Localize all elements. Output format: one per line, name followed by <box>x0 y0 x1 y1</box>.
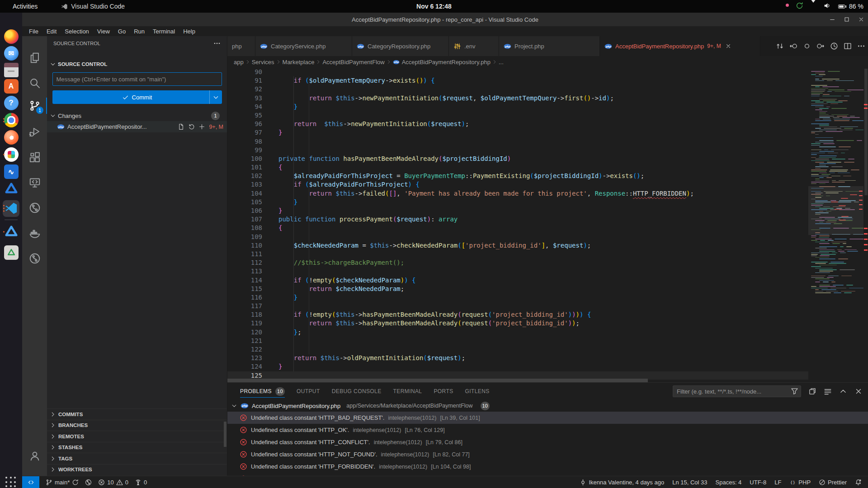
encoding-item[interactable]: UTF-8 <box>750 479 766 486</box>
activity-gitlens[interactable] <box>22 197 47 219</box>
problem-row[interactable]: Undefined class constant 'HTTP_BAD_REQUE… <box>227 412 868 424</box>
activity-run-debug[interactable] <box>22 121 47 143</box>
menu-help[interactable]: Help <box>179 28 199 35</box>
open-change-icon[interactable] <box>803 42 811 50</box>
tab-acceptbidpaymentrepository.php[interactable]: phpAcceptBidPaymentRepository.php9+, M <box>600 36 760 56</box>
dock-item-slack[interactable] <box>3 146 19 163</box>
notifications-item[interactable] <box>855 479 862 486</box>
dock-item-ubuntu-software[interactable]: A <box>3 78 19 95</box>
breadcrumb-item[interactable]: AcceptBidPaymentFlow <box>322 59 384 66</box>
section-remotes[interactable]: REMOTES <box>47 431 227 442</box>
remote-indicator-button[interactable] <box>22 476 39 488</box>
maximize-button[interactable] <box>844 16 850 23</box>
dock-item-system-monitor[interactable] <box>3 164 19 180</box>
activity-source-control[interactable]: 1 <box>22 95 47 117</box>
commit-message-input[interactable] <box>52 72 222 86</box>
menu-terminal[interactable]: Terminal <box>149 28 179 35</box>
problems-file-group[interactable]: php AcceptBidPaymentRepository.php app/S… <box>227 400 868 412</box>
dock-item-vscode[interactable] <box>3 200 19 217</box>
sync-green-icon[interactable] <box>796 2 803 11</box>
split-editor-icon[interactable] <box>844 42 852 50</box>
commit-button[interactable]: Commit <box>52 90 222 104</box>
dock-item-trash[interactable] <box>3 244 19 261</box>
problem-row[interactable]: Undefined class constant 'HTTP_NOT_FOUND… <box>227 448 868 460</box>
filter-funnel-icon[interactable] <box>791 387 798 395</box>
cursor-position-item[interactable]: Ln 15, Col 33 <box>672 479 707 486</box>
breadcrumb-item[interactable]: ... <box>499 59 504 66</box>
activity-accounts[interactable] <box>22 445 47 467</box>
gitlens-compare-icon[interactable] <box>776 42 784 50</box>
section-stashes[interactable]: STASHES <box>47 442 227 453</box>
tab-categoryservice.php[interactable]: phpCategoryService.php <box>255 36 352 56</box>
menu-selection[interactable]: Selection <box>61 28 93 35</box>
close-window-button[interactable] <box>858 16 864 23</box>
network-menu-icon[interactable] <box>811 3 816 10</box>
ports-status-item[interactable]: 0 <box>135 479 147 486</box>
timeline-icon[interactable] <box>830 42 838 50</box>
problem-row[interactable]: Undefined class constant 'HTTP_OK'.intel… <box>227 424 868 436</box>
battery-indicator[interactable]: 86 % <box>838 3 863 10</box>
dock-item-blue-app-2[interactable] <box>3 224 19 240</box>
close-tab-icon[interactable] <box>725 43 731 49</box>
section-commits[interactable]: COMMITS <box>47 408 227 420</box>
dock-item-firefox[interactable] <box>3 28 19 45</box>
section-worktrees[interactable]: WORKTREES <box>47 464 227 475</box>
menu-go[interactable]: Go <box>114 28 130 35</box>
dock-item-postman[interactable] <box>3 129 19 146</box>
dock-item-chrome[interactable] <box>3 112 19 129</box>
problem-row[interactable]: Undefined class constant 'HTTP_CONFLICT'… <box>227 436 868 448</box>
close-panel-icon[interactable] <box>854 387 863 395</box>
minimap[interactable] <box>808 68 863 380</box>
activity-gitlens-inspect[interactable] <box>22 248 47 269</box>
breadcrumb-item[interactable]: phpAcceptBidPaymentRepository.php <box>393 59 491 66</box>
sidebar-scrollbar[interactable] <box>224 422 226 447</box>
more-actions-icon[interactable] <box>213 40 221 47</box>
activity-search[interactable] <box>22 72 47 94</box>
problems-status-item[interactable]: 10 0 <box>98 479 128 486</box>
tab-categoryrepository.php[interactable]: phpCategoryRepository.php <box>352 36 449 56</box>
show-applications-button[interactable] <box>5 477 17 488</box>
commit-dropdown-button[interactable] <box>209 90 222 104</box>
menu-run[interactable]: Run <box>130 28 149 35</box>
git-blame-item[interactable]: Ikenna Valentine, 4 days ago <box>580 479 664 486</box>
indentation-item[interactable]: Spaces: 4 <box>716 479 742 486</box>
more-actions-icon[interactable] <box>857 42 865 50</box>
collapse-list-icon[interactable] <box>824 387 832 395</box>
section-tags[interactable]: TAGS <box>47 453 227 464</box>
source-control-section-header[interactable]: SOURCE CONTROL <box>47 59 227 70</box>
overview-ruler[interactable] <box>863 68 868 380</box>
chevron-up-icon[interactable] <box>839 387 847 395</box>
dock-item-blue-app[interactable] <box>3 181 19 197</box>
panel-tab-gitlens[interactable]: GITLENS <box>465 383 490 400</box>
scrollbar-thumb[interactable] <box>864 69 868 195</box>
gitlens-status-item[interactable] <box>85 479 92 486</box>
breadcrumb-item[interactable]: Services <box>252 59 274 66</box>
dock-item-files[interactable] <box>3 62 19 79</box>
dock-item-thunderbird[interactable]: ✉ <box>3 45 19 62</box>
activity-explorer[interactable] <box>22 47 47 69</box>
section-branches[interactable]: BRANCHES <box>47 420 227 431</box>
minimap-slider[interactable] <box>808 186 863 235</box>
activity-extensions[interactable] <box>22 146 47 168</box>
stage-changes-icon[interactable] <box>198 123 205 130</box>
formatter-item[interactable]: Prettier <box>819 479 847 486</box>
panel-tab-output[interactable]: OUTPUT <box>297 383 320 400</box>
activity-docker[interactable] <box>22 222 47 244</box>
menu-file[interactable]: File <box>25 28 42 35</box>
menu-edit[interactable]: Edit <box>42 28 61 35</box>
breadcrumb-item[interactable]: app <box>234 59 244 66</box>
tab-project.php[interactable]: phpProject.php <box>499 36 600 56</box>
problem-row[interactable]: Undefined class constant 'HTTP_FORBIDDEN… <box>227 460 868 473</box>
panel-tab-debug-console[interactable]: DEBUG CONSOLE <box>332 383 382 400</box>
clock[interactable]: Nov 6 12:48 <box>416 3 452 10</box>
minimize-button[interactable] <box>829 16 835 23</box>
tab-php[interactable]: php <box>227 36 255 56</box>
activities-button[interactable]: Activities <box>13 3 38 10</box>
horizontal-scrollbar[interactable] <box>227 379 863 382</box>
dock-item-help[interactable]: ? <box>3 95 19 112</box>
panel-tab-ports[interactable]: PORTS <box>434 383 453 400</box>
breadcrumb-item[interactable]: Marketplace <box>283 59 315 66</box>
branch-status-item[interactable]: main* <box>46 479 79 486</box>
volume-icon[interactable] <box>823 2 831 11</box>
copy-icon[interactable] <box>808 387 816 395</box>
